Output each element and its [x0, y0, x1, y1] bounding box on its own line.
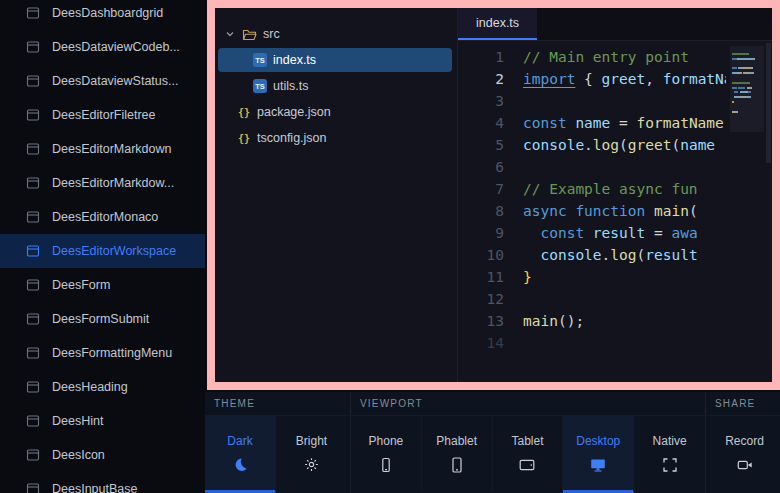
chevron-down-icon[interactable]	[223, 28, 236, 40]
sidebar-item-label: DeesFormattingMenu	[52, 346, 172, 360]
tab-index-ts[interactable]: index.ts	[458, 8, 537, 40]
line-number: 8	[458, 200, 504, 222]
component-icon	[26, 312, 40, 326]
sidebar-item-deesformsubmit[interactable]: DeesFormSubmit	[0, 302, 205, 336]
share-record-button[interactable]: Record	[709, 416, 780, 493]
section-title-text: SHARE	[715, 398, 755, 409]
minimap-mark	[750, 87, 752, 89]
sidebar-item-deeseditormonaco[interactable]: DeesEditorMonaco	[0, 200, 205, 234]
code-line[interactable]: 4const name = formatName	[458, 112, 772, 134]
tree-item-src[interactable]: src	[218, 22, 452, 46]
tree-item-package-json[interactable]: {}package.json	[218, 100, 452, 124]
sidebar-item-deeseditorworkspace[interactable]: DeesEditorWorkspace	[0, 234, 205, 268]
line-number: 14	[458, 332, 504, 354]
minimap-mark	[746, 58, 755, 60]
tablet-icon	[519, 457, 535, 473]
viewport-tablet-button[interactable]: Tablet	[493, 416, 564, 493]
sidebar-item-deeseditormarkdow[interactable]: DeesEditorMarkdow...	[0, 166, 205, 200]
scrollbar-thumb[interactable]	[766, 43, 771, 163]
minimap-mark	[750, 72, 754, 74]
code-text	[523, 156, 726, 178]
line-number: 10	[458, 244, 504, 266]
viewport-native-button[interactable]: Native	[634, 416, 705, 493]
code-text: // Main entry point	[523, 46, 726, 68]
code-editor[interactable]: 1// Main entry point2import { greet, for…	[458, 41, 772, 382]
tree-item-utils-ts[interactable]: TSutils.ts	[218, 74, 452, 98]
component-sidebar: DeesDashboardgridDeesDataviewCodeb...Dee…	[0, 0, 205, 493]
code-line[interactable]: 8async function main(	[458, 200, 772, 222]
code-text: async function main(	[523, 200, 726, 222]
button-label: Desktop	[576, 434, 620, 448]
toolbar-group-share: Record	[705, 416, 780, 493]
viewport-desktop-button[interactable]: Desktop	[563, 416, 634, 493]
file-name: utils.ts	[273, 79, 308, 93]
button-label: Dark	[227, 434, 252, 448]
line-number: 3	[458, 90, 504, 112]
fullscreen-icon	[662, 457, 678, 473]
record-icon	[737, 457, 753, 473]
code-text	[523, 332, 726, 354]
tree-item-index-ts[interactable]: TSindex.ts	[218, 48, 452, 72]
tree-item-tsconfig-json[interactable]: {}tsconfig.json	[218, 126, 452, 150]
component-icon	[26, 346, 40, 360]
component-icon	[26, 40, 40, 54]
code-line[interactable]: 12	[458, 288, 772, 310]
minimap-mark	[732, 82, 750, 84]
sidebar-item-deesinputbase[interactable]: DeesInputBase	[0, 472, 205, 493]
sidebar-item-deeseditormarkdown[interactable]: DeesEditorMarkdown	[0, 132, 205, 166]
line-number: 9	[458, 222, 504, 244]
line-number: 12	[458, 288, 504, 310]
sidebar-item-label: DeesFormSubmit	[52, 312, 149, 326]
toolbar-section-headers: THEMEVIEWPORTSHARE	[205, 392, 780, 416]
code-line[interactable]: 1// Main entry point	[458, 46, 772, 68]
component-icon	[26, 6, 40, 20]
button-label: Phone	[369, 434, 404, 448]
section-title-text: VIEWPORT	[360, 398, 423, 409]
file-name: src	[263, 27, 280, 41]
code-text: const result = awa	[523, 222, 726, 244]
editor-scrollbar[interactable]	[765, 41, 772, 382]
code-line[interactable]: 2import { greet, formatName	[458, 68, 772, 90]
component-icon	[26, 380, 40, 394]
component-icon	[26, 210, 40, 224]
button-label: Phablet	[436, 434, 477, 448]
line-number: 6	[458, 156, 504, 178]
component-icon	[26, 142, 40, 156]
code-text: }	[523, 266, 726, 288]
component-icon	[26, 176, 40, 190]
sidebar-item-deeseditorfiletree[interactable]: DeesEditorFiletree	[0, 98, 205, 132]
theme-bright-button[interactable]: Bright	[276, 416, 347, 493]
component-icon	[26, 414, 40, 428]
code-text: import { greet, formatName	[523, 68, 726, 90]
tab-label: index.ts	[476, 16, 519, 30]
editor-tabbar: index.ts	[458, 8, 772, 41]
code-line[interactable]: 14	[458, 332, 772, 354]
button-label: Record	[725, 434, 764, 448]
phablet-icon	[449, 457, 465, 473]
sidebar-item-deesform[interactable]: DeesForm	[0, 268, 205, 302]
toolbar-buttons: DarkBrightPhonePhabletTabletDesktopNativ…	[205, 416, 780, 493]
code-line[interactable]: 13main();	[458, 310, 772, 332]
sidebar-item-deesicon[interactable]: DeesIcon	[0, 438, 205, 472]
code-line[interactable]: 6	[458, 156, 772, 178]
code-line[interactable]: 7// Example async fun	[458, 178, 772, 200]
code-line[interactable]: 9 const result = awa	[458, 222, 772, 244]
typescript-file-icon: TS	[253, 79, 267, 93]
sidebar-item-deesdashboardgrid[interactable]: DeesDashboardgrid	[0, 0, 205, 30]
sidebar-item-deesformattingmenu[interactable]: DeesFormattingMenu	[0, 336, 205, 370]
sidebar-item-deesdataviewstatus[interactable]: DeesDataviewStatus...	[0, 64, 205, 98]
sidebar-item-deesdataviewcodeb[interactable]: DeesDataviewCodeb...	[0, 30, 205, 64]
viewport-phone-button[interactable]: Phone	[351, 416, 422, 493]
viewport-phablet-button[interactable]: Phablet	[422, 416, 493, 493]
code-line[interactable]: 3	[458, 90, 772, 112]
sidebar-item-deesheading[interactable]: DeesHeading	[0, 370, 205, 404]
sidebar-item-label: DeesEditorMarkdow...	[52, 176, 174, 190]
minimap[interactable]	[730, 46, 764, 377]
theme-dark-button[interactable]: Dark	[205, 416, 276, 493]
component-icon	[26, 108, 40, 122]
code-line[interactable]: 5console.log(greet(name	[458, 134, 772, 156]
code-line[interactable]: 10 console.log(result	[458, 244, 772, 266]
minimap-mark	[732, 87, 737, 89]
sidebar-item-deeshint[interactable]: DeesHint	[0, 404, 205, 438]
code-line[interactable]: 11}	[458, 266, 772, 288]
